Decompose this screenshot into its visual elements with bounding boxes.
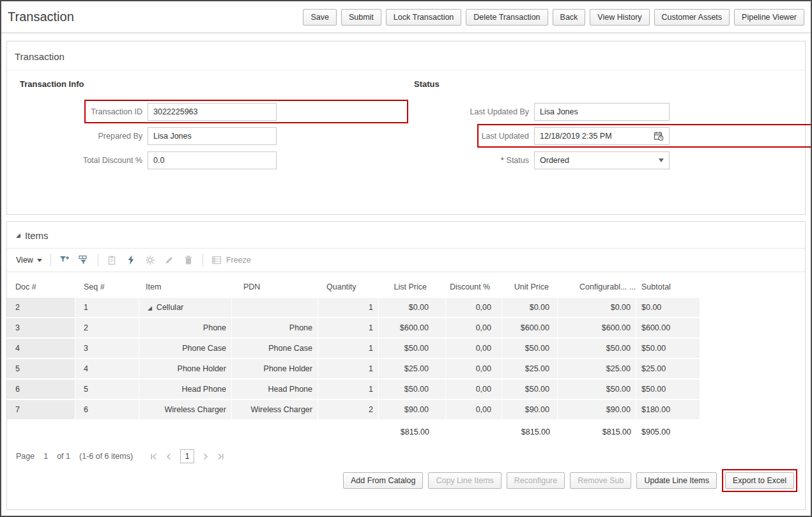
- export-to-excel-button[interactable]: Export to Excel: [725, 472, 794, 489]
- column-header-configurable[interactable]: Configurabl... ...: [558, 276, 636, 298]
- cell-unit-price[interactable]: $50.00: [502, 380, 558, 400]
- table-row[interactable]: 43Phone CasePhone Case1$50.000,00$50.00$…: [7, 339, 700, 359]
- cell-pdn[interactable]: Phone Holder: [232, 359, 318, 380]
- cell-item[interactable]: Phone: [139, 318, 232, 339]
- cell-doc[interactable]: 7: [7, 400, 75, 421]
- prepared-by-input[interactable]: Lisa Jones: [148, 127, 277, 145]
- lock-transaction-button[interactable]: Lock Transaction: [386, 9, 462, 26]
- cell-quantity[interactable]: 2: [318, 400, 379, 421]
- cell-quantity[interactable]: 1: [318, 339, 379, 359]
- cell-seq[interactable]: 6: [75, 400, 139, 421]
- cell-quantity[interactable]: 1: [318, 359, 379, 380]
- cell-unit-price[interactable]: $600.00: [502, 318, 558, 339]
- cell-list-price[interactable]: $600.00: [379, 318, 446, 339]
- column-header-quantity[interactable]: Quantity: [318, 276, 379, 298]
- column-header-seq[interactable]: Seq #: [75, 276, 139, 298]
- cell-discount[interactable]: 0,00: [446, 359, 502, 380]
- total-discount-input[interactable]: 0.0: [148, 151, 277, 169]
- update-line-items-button[interactable]: Update Line Items: [636, 472, 716, 489]
- cell-seq[interactable]: 5: [75, 380, 139, 400]
- cell-configurable[interactable]: $25.00: [558, 359, 636, 380]
- cell-unit-price[interactable]: $50.00: [502, 339, 558, 359]
- collapse-section-icon[interactable]: ◢: [16, 233, 20, 238]
- calendar-clock-icon[interactable]: [653, 131, 664, 142]
- cell-discount[interactable]: 0,00: [446, 298, 502, 318]
- filter-add-icon[interactable]: [59, 255, 70, 266]
- previous-page-icon[interactable]: [165, 452, 173, 461]
- cell-quantity[interactable]: 1: [318, 380, 379, 400]
- table-row[interactable]: 32PhonePhone1$600.000,00$600.00$600.00$6…: [7, 318, 700, 339]
- cell-seq[interactable]: 1: [75, 298, 139, 318]
- cell-configurable[interactable]: $50.00: [558, 339, 636, 359]
- cell-subtotal[interactable]: $50.00: [636, 380, 700, 400]
- last-updated-input[interactable]: 12/18/2019 2:35 PM: [534, 127, 670, 145]
- column-header-unit-price[interactable]: Unit Price: [502, 276, 558, 298]
- detach-icon[interactable]: [126, 255, 137, 266]
- cell-seq[interactable]: 2: [75, 318, 139, 339]
- cell-quantity[interactable]: 1: [318, 298, 379, 318]
- cell-list-price[interactable]: $0.00: [379, 298, 446, 318]
- cell-pdn[interactable]: Wireless Charger: [232, 400, 318, 421]
- customer-assets-button[interactable]: Customer Assets: [654, 9, 730, 26]
- cell-subtotal[interactable]: $50.00: [636, 339, 700, 359]
- cell-list-price[interactable]: $90.00: [379, 400, 446, 421]
- cell-doc[interactable]: 5: [7, 359, 75, 380]
- first-page-icon[interactable]: [149, 452, 158, 461]
- cell-seq[interactable]: 3: [75, 339, 139, 359]
- cell-unit-price[interactable]: $0.00: [502, 298, 558, 318]
- cell-unit-price[interactable]: $90.00: [502, 400, 558, 421]
- save-button[interactable]: Save: [303, 9, 337, 26]
- next-page-icon[interactable]: [201, 452, 210, 461]
- table-row[interactable]: 54Phone HolderPhone Holder1$25.000,00$25…: [7, 359, 700, 380]
- items-section-header[interactable]: ◢ Items: [7, 222, 805, 249]
- column-header-item[interactable]: Item: [139, 276, 232, 298]
- column-header-subtotal[interactable]: Subtotal: [636, 276, 700, 298]
- cell-pdn[interactable]: Head Phone: [232, 380, 318, 400]
- table-row[interactable]: 76Wireless ChargerWireless Charger2$90.0…: [7, 400, 700, 421]
- cell-subtotal[interactable]: $25.00: [636, 359, 700, 380]
- cell-configurable[interactable]: $90.00: [558, 400, 636, 421]
- cell-discount[interactable]: 0,00: [446, 400, 502, 421]
- cell-list-price[interactable]: $25.00: [379, 359, 446, 380]
- cell-discount[interactable]: 0,00: [446, 318, 502, 339]
- dropdown-arrow-icon[interactable]: [659, 158, 664, 162]
- cell-subtotal[interactable]: $600.00: [636, 318, 700, 339]
- cell-doc[interactable]: 3: [7, 318, 75, 339]
- pipeline-viewer-button[interactable]: Pipeline Viewer: [734, 9, 804, 26]
- cell-discount[interactable]: 0,00: [446, 380, 502, 400]
- collapse-group-icon[interactable]: ◢: [148, 305, 152, 311]
- cell-item[interactable]: ◢ Cellular: [139, 298, 232, 318]
- cell-pdn[interactable]: Phone: [232, 318, 318, 339]
- column-header-list-price[interactable]: List Price: [379, 276, 446, 298]
- column-header-pdn[interactable]: PDN: [232, 276, 318, 298]
- view-menu-button[interactable]: View: [16, 256, 42, 265]
- cell-doc[interactable]: 6: [7, 380, 75, 400]
- column-header-discount[interactable]: Discount %: [446, 276, 502, 298]
- cell-quantity[interactable]: 1: [318, 318, 379, 339]
- cell-item[interactable]: Phone Holder: [139, 359, 232, 380]
- cell-item[interactable]: Wireless Charger: [139, 400, 232, 421]
- cell-item[interactable]: Phone Case: [139, 339, 232, 359]
- cell-doc[interactable]: 2: [7, 298, 75, 318]
- add-from-catalog-button[interactable]: Add From Catalog: [343, 472, 423, 489]
- cell-unit-price[interactable]: $25.00: [502, 359, 558, 380]
- last-page-icon[interactable]: [217, 452, 225, 461]
- cell-pdn[interactable]: [232, 298, 318, 318]
- cell-subtotal[interactable]: $180.00: [636, 400, 700, 421]
- transaction-id-input[interactable]: 3022225963: [148, 103, 277, 121]
- table-row[interactable]: 21◢ Cellular1$0.000,00$0.00$0.00$0.00: [7, 298, 700, 318]
- table-row[interactable]: 65Head PhoneHead Phone1$50.000,00$50.00$…: [7, 380, 700, 400]
- cell-configurable[interactable]: $50.00: [558, 380, 636, 400]
- cell-pdn[interactable]: Phone Case: [232, 339, 318, 359]
- view-history-button[interactable]: View History: [590, 9, 649, 26]
- last-updated-by-input[interactable]: Lisa Jones: [534, 103, 670, 121]
- cell-discount[interactable]: 0,00: [446, 339, 502, 359]
- cell-configurable[interactable]: $600.00: [558, 318, 636, 339]
- page-number-input[interactable]: 1: [180, 449, 194, 463]
- status-dropdown[interactable]: Ordered: [534, 151, 670, 169]
- cell-list-price[interactable]: $50.00: [379, 339, 446, 359]
- delete-transaction-button[interactable]: Delete Transaction: [466, 9, 548, 26]
- cell-configurable[interactable]: $0.00: [558, 298, 636, 318]
- back-button[interactable]: Back: [553, 9, 586, 26]
- cell-subtotal[interactable]: $0.00: [636, 298, 700, 318]
